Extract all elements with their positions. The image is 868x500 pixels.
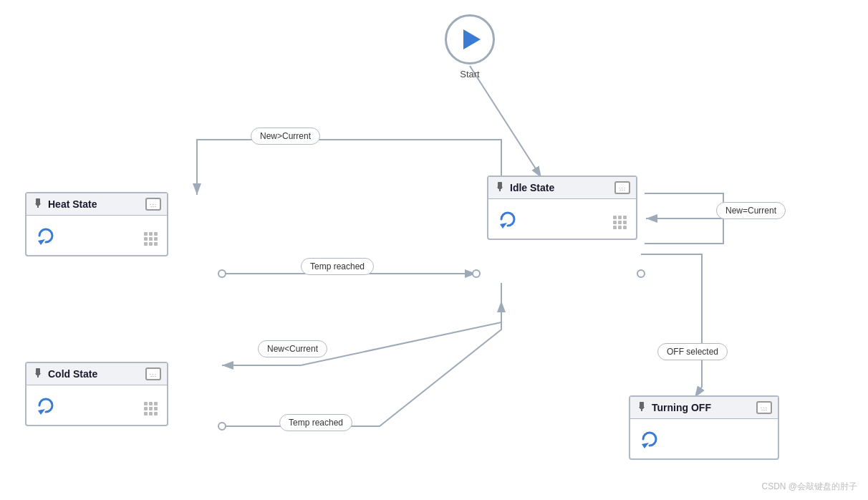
svg-line-2: [470, 66, 541, 178]
play-icon: [463, 29, 481, 49]
svg-marker-12: [497, 187, 503, 189]
new-greater-current-label: New>Current: [251, 128, 320, 145]
svg-marker-16: [35, 203, 41, 206]
turning-off-refresh-icon: [639, 428, 660, 450]
temp-reached-heat-label: Temp reached: [301, 258, 374, 275]
svg-rect-14: [36, 198, 40, 204]
turning-off-comment-icon[interactable]: ···: [756, 401, 772, 414]
svg-point-6: [218, 270, 226, 277]
temp-reached-cold-label: Temp reached: [279, 414, 352, 431]
svg-point-8: [637, 270, 645, 277]
turning-off-state-body: [630, 419, 778, 458]
svg-rect-22: [640, 402, 644, 408]
idle-state-header: Idle State ···: [488, 177, 636, 199]
idle-refresh-icon: [497, 208, 519, 230]
svg-rect-18: [36, 368, 40, 374]
svg-point-7: [473, 270, 480, 277]
cold-pin-icon: [32, 368, 44, 380]
idle-state-body: [488, 199, 636, 239]
svg-marker-13: [500, 223, 507, 229]
turning-off-state-header: Turning OFF ···: [630, 397, 778, 419]
cold-state-box[interactable]: Cold State ···: [25, 362, 168, 426]
svg-marker-21: [38, 409, 45, 415]
idle-state-name: Idle State: [510, 182, 610, 193]
start-circle: [445, 14, 495, 64]
svg-marker-25: [642, 443, 649, 448]
heat-comment-icon[interactable]: ···: [145, 198, 161, 211]
cold-grid-icon: [144, 402, 158, 416]
svg-point-9: [218, 423, 226, 430]
heat-state-box[interactable]: Heat State ···: [25, 192, 168, 256]
svg-marker-20: [35, 373, 41, 375]
cold-state-header: Cold State ···: [26, 363, 167, 385]
heat-state-header: Heat State ···: [26, 193, 167, 216]
turning-off-state-name: Turning OFF: [652, 402, 752, 413]
heat-state-name: Heat State: [48, 198, 141, 210]
cold-state-body: [26, 385, 167, 425]
idle-state-box[interactable]: Idle State ···: [487, 176, 637, 240]
new-equal-current-label: New=Current: [716, 202, 786, 219]
svg-marker-17: [38, 239, 45, 245]
heat-grid-icon: [144, 232, 158, 246]
start-node: Start: [445, 14, 495, 80]
cold-comment-icon[interactable]: ···: [145, 367, 161, 380]
pin-icon: [494, 182, 506, 193]
idle-comment-icon[interactable]: ···: [614, 181, 630, 194]
diagram-container: Start Idle State ···: [0, 0, 868, 500]
idle-grid-icon: [613, 216, 627, 230]
off-selected-label: OFF selected: [657, 343, 728, 360]
turning-off-state-box[interactable]: Turning OFF ···: [629, 395, 779, 460]
turning-off-pin-icon: [636, 402, 647, 413]
start-label: Start: [460, 69, 479, 80]
watermark: CSDN @会敲键盘的肘子: [761, 481, 857, 493]
cold-state-name: Cold State: [48, 368, 141, 380]
heat-refresh-icon: [35, 225, 57, 246]
heat-pin-icon: [32, 198, 44, 210]
heat-state-body: [26, 216, 167, 255]
new-less-current-label: New<Current: [258, 340, 327, 357]
cold-refresh-icon: [35, 395, 57, 416]
svg-marker-24: [639, 407, 645, 409]
svg-rect-10: [498, 182, 502, 188]
